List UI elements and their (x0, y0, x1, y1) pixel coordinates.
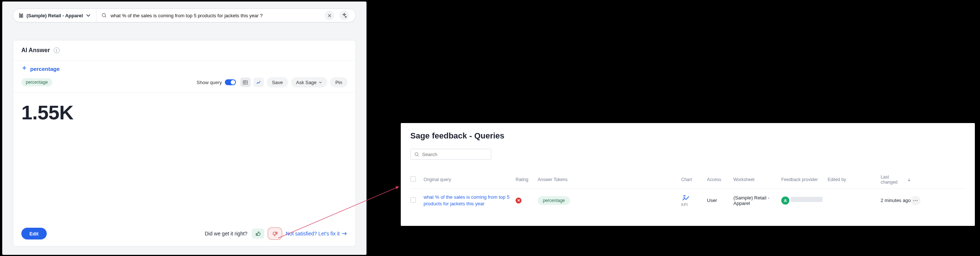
table-row: what % of the sales is coming from top 5… (410, 189, 965, 207)
answer-toolbar: Show query Save Ask Sage Pin (197, 77, 347, 87)
measure-chip[interactable]: percentage (21, 78, 52, 86)
fix-it-link[interactable]: Not satisfied? Let's fix it (286, 231, 347, 237)
svg-rect-2 (22, 14, 23, 17)
show-query-toggle[interactable]: Show query (197, 79, 236, 85)
info-icon[interactable]: i (54, 47, 60, 53)
svg-rect-1 (21, 14, 21, 17)
answer-heading: AI Answer (21, 47, 50, 54)
answer-card: AI Answer i percentage percentage Show q… (13, 40, 356, 247)
kpi-chart-icon (681, 194, 692, 202)
col-last-changed[interactable]: Last changed (881, 174, 911, 185)
col-answer-tokens[interactable]: Answer Tokens (538, 177, 681, 182)
row-access: User (707, 198, 733, 203)
feedback-table: Original query Rating Answer Tokens Char… (410, 174, 965, 207)
col-worksheet[interactable]: Worksheet (733, 177, 781, 182)
row-worksheet: (Sample) Retail - Apparel (733, 195, 781, 206)
search-icon (414, 152, 419, 157)
svg-rect-0 (19, 14, 20, 17)
ai-answer-panel: (Sample) Retail - Apparel AI Answer i (2, 2, 366, 255)
kpi-value: 1.55K (13, 93, 355, 126)
view-chart-button[interactable] (253, 77, 264, 87)
answer-card-header: AI Answer i (13, 40, 355, 61)
feedback-prompt: Did we get it right? (205, 231, 247, 237)
edit-button[interactable]: Edit (21, 228, 47, 239)
search-input[interactable] (110, 13, 321, 18)
sage-feedback-panel: Sage feedback - Queries Original query R… (401, 123, 975, 226)
col-rating[interactable]: Rating (515, 177, 538, 182)
metric-title: percentage (30, 66, 60, 72)
thumbs-down-icon (272, 231, 278, 237)
col-feedback-provider[interactable]: Feedback provider (781, 177, 828, 182)
search-bar: (Sample) Retail - Apparel (13, 8, 356, 22)
row-provider: A (781, 196, 828, 205)
redacted-name (791, 197, 822, 202)
clear-search-button[interactable] (325, 11, 334, 20)
svg-point-3 (102, 14, 106, 17)
col-original-query[interactable]: Original query (423, 177, 515, 182)
row-chart-type: KPI (681, 194, 707, 207)
row-last-changed: 2 minutes ago (881, 198, 911, 203)
sage-spark-button[interactable] (339, 11, 349, 20)
rating-negative-icon (515, 198, 522, 204)
select-all-checkbox[interactable] (410, 176, 416, 182)
feedback-title: Sage feedback - Queries (410, 131, 965, 141)
sort-arrow-icon (907, 178, 911, 182)
show-query-label: Show query (197, 80, 222, 85)
feedback-search[interactable] (410, 149, 491, 160)
thumbs-up-icon (255, 231, 261, 237)
answer-token-chip: percentage (538, 196, 570, 205)
col-access[interactable]: Access (707, 177, 733, 182)
feedback-search-input[interactable] (422, 152, 487, 157)
save-button[interactable]: Save (267, 77, 288, 87)
metric-title-row: percentage (13, 61, 355, 73)
chevron-down-icon (86, 13, 91, 18)
search-query-box (96, 9, 355, 22)
svg-rect-4 (243, 81, 247, 84)
toggle-switch[interactable] (225, 79, 236, 85)
chevron-down-icon (319, 81, 322, 84)
row-more-button[interactable]: ··· (911, 196, 920, 205)
arrow-right-icon (342, 232, 347, 235)
answer-spark-icon (21, 66, 27, 72)
avatar: A (781, 196, 789, 205)
col-edited-by[interactable]: Edited by (828, 177, 881, 182)
row-query-link[interactable]: what % of the sales is coming from top 5… (423, 194, 515, 207)
row-checkbox[interactable] (410, 197, 416, 203)
svg-point-5 (415, 152, 418, 155)
col-chart[interactable]: Chart (681, 177, 707, 182)
feedback-table-header: Original query Rating Answer Tokens Char… (410, 174, 965, 189)
datasource-selector[interactable]: (Sample) Retail - Apparel (13, 9, 96, 22)
thumbs-down-button[interactable] (269, 228, 281, 239)
search-icon (102, 13, 107, 18)
ask-sage-button[interactable]: Ask Sage (291, 77, 328, 87)
answer-footer: Edit Did we get it right? Not satisfied?… (13, 221, 355, 246)
pin-button[interactable]: Pin (330, 77, 347, 87)
thumbs-up-button[interactable] (252, 228, 264, 239)
view-table-button[interactable] (240, 77, 251, 87)
datasource-label: (Sample) Retail - Apparel (27, 13, 83, 18)
worksheet-icon (18, 13, 24, 18)
